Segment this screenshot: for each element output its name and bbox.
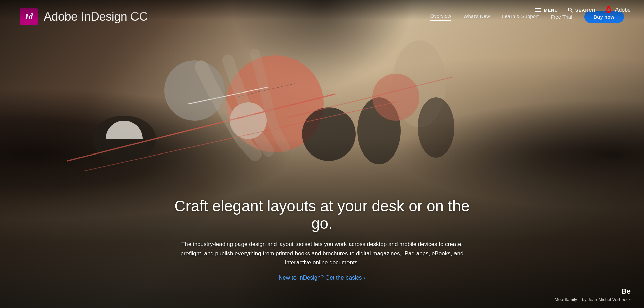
attribution-credit: Moodfamily II by Jean-Michel Verbeeck [555,297,631,302]
menu-icon [535,8,541,12]
adobe-label: Adobe [615,7,631,13]
hero-basics-link[interactable]: New to InDesign? Get the basics › [279,274,365,281]
adobe-logo[interactable]: Adobe [605,6,631,14]
behance-icon: Bē [555,287,631,296]
top-utility-bar: MENU SEARCH Adobe [0,0,644,20]
svg-point-14 [568,8,571,11]
hero-description: The industry-leading page design and lay… [171,240,473,267]
hero-title: Craft elegant layouts at your desk or on… [171,198,473,232]
adobe-icon [605,6,612,14]
svg-marker-18 [607,11,610,13]
search-icon [568,7,573,13]
menu-button[interactable]: MENU [535,8,558,13]
hero-content: Craft elegant layouts at your desk or on… [171,198,473,281]
menu-label: MENU [544,8,558,13]
search-label: SEARCH [575,8,596,13]
attribution: Bē Moodfamily II by Jean-Michel Verbeeck [555,287,631,302]
search-button[interactable]: SEARCH [568,7,596,13]
svg-line-15 [571,11,573,13]
